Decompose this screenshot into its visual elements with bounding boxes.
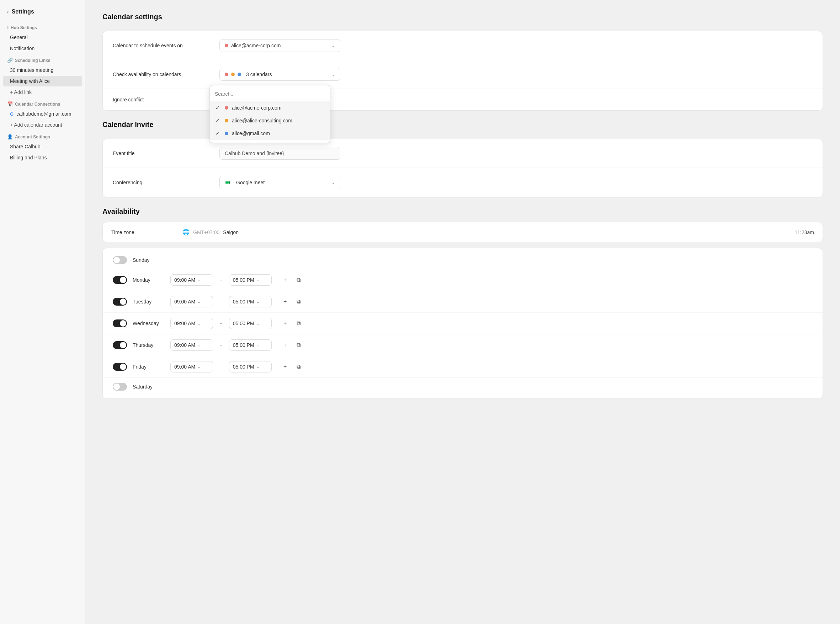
calendar-invite-card: Event title Conferencing <box>102 139 823 198</box>
day-name-friday: Friday <box>133 364 165 370</box>
sidebar-header[interactable]: ‹ Settings <box>0 7 85 22</box>
back-icon[interactable]: ‹ <box>7 9 9 15</box>
conferencing-control: Google meet ⌄ <box>219 176 812 189</box>
sidebar-item-meeting-alice[interactable]: Meeting with Alice <box>3 76 82 86</box>
monday-start-time[interactable]: 09:00 AM ⌄ <box>170 274 213 286</box>
toggle-monday[interactable] <box>113 276 127 284</box>
monday-end-time[interactable]: 05:00 PM ⌄ <box>229 274 272 286</box>
conferencing-value: Google meet <box>236 180 265 185</box>
timezone-value: 🌐 GMT+07:00 Saigon <box>182 229 795 236</box>
google-meet-icon <box>225 179 231 186</box>
sidebar-item-gmail[interactable]: G calhubdemo@gmail.com <box>3 108 82 119</box>
toggle-wednesday[interactable] <box>113 320 127 327</box>
wednesday-start-value: 09:00 AM <box>174 321 195 326</box>
calendar-icon: 📅 <box>7 101 13 107</box>
chevron-thursday-end: ⌄ <box>256 343 260 348</box>
sidebar-section-account-settings: 👤 Account Settings <box>0 131 85 141</box>
calendars-dropdown-popup: ✓ alice@acme-corp.com ✓ alice@alice-cons… <box>210 85 330 143</box>
tuesday-start-time[interactable]: 09:00 AM ⌄ <box>170 296 213 307</box>
check-icon-acme: ✓ <box>216 105 221 111</box>
timezone-city: Saigon <box>223 229 239 235</box>
event-title-input[interactable] <box>219 147 340 160</box>
dot-consulting <box>225 119 228 122</box>
day-name-tuesday: Tuesday <box>133 299 165 304</box>
monday-add-btn[interactable]: + <box>280 275 290 285</box>
day-name-monday: Monday <box>133 277 165 283</box>
toggle-tuesday[interactable] <box>113 298 127 306</box>
sidebar-item-general[interactable]: General <box>3 32 82 43</box>
tuesday-start-value: 09:00 AM <box>174 299 195 304</box>
grid-icon: ⁝ <box>7 25 9 30</box>
chevron-tuesday-start: ⌄ <box>197 300 200 304</box>
toggle-thursday[interactable] <box>113 341 127 349</box>
calendar-option-acme[interactable]: ✓ alice@acme-corp.com <box>210 101 330 114</box>
wednesday-copy-btn[interactable]: ⧉ <box>294 318 304 328</box>
friday-copy-btn[interactable]: ⧉ <box>294 362 304 372</box>
thursday-copy-btn[interactable]: ⧉ <box>294 340 304 350</box>
chevron-monday-start: ⌄ <box>197 278 200 283</box>
thursday-start-value: 09:00 AM <box>174 342 195 348</box>
sidebar-section-scheduling: 🔗 Scheduling Links <box>0 54 85 64</box>
wednesday-start-time[interactable]: 09:00 AM ⌄ <box>170 318 213 329</box>
globe-icon: 🌐 <box>182 229 190 236</box>
sidebar-section-hub-settings: ⁝ Hub Settings <box>0 22 85 32</box>
tuesday-copy-btn[interactable]: ⧉ <box>294 297 304 307</box>
tuesday-actions: + ⧉ <box>280 297 304 307</box>
toggle-sunday[interactable] <box>113 256 127 264</box>
day-separator-thursday: - <box>219 342 223 348</box>
event-title-label: Event title <box>113 150 219 156</box>
event-title-control <box>219 147 812 160</box>
tuesday-add-btn[interactable]: + <box>280 297 290 307</box>
dot-orange <box>231 73 235 76</box>
sidebar-item-add-link[interactable]: + Add link <box>3 87 82 97</box>
sidebar-item-add-calendar[interactable]: + Add calendar account <box>3 119 82 130</box>
friday-add-btn[interactable]: + <box>280 362 290 372</box>
conferencing-dropdown[interactable]: Google meet ⌄ <box>219 176 340 189</box>
calendar-option-gmail-label: alice@gmail.com <box>232 131 270 136</box>
calendar-option-gmail[interactable]: ✓ alice@gmail.com <box>210 127 330 140</box>
sidebar-title: Settings <box>12 9 34 15</box>
chevron-wednesday-end: ⌄ <box>256 321 260 326</box>
chevron-down-icon-3: ⌄ <box>331 180 335 185</box>
ignore-conflict-label: Ignore conflict <box>113 97 219 102</box>
sidebar-item-billing[interactable]: Billing and Plans <box>3 152 82 163</box>
thursday-end-value: 05:00 PM <box>233 342 254 348</box>
calendars-count-value: 3 calendars <box>246 71 272 77</box>
friday-start-time[interactable]: 09:00 AM ⌄ <box>170 361 213 372</box>
toggle-thumb-wednesday <box>120 320 126 327</box>
check-availability-control: 3 calendars ⌄ ✓ alice@acme-corp.com ✓ <box>219 68 812 81</box>
thursday-end-time[interactable]: 05:00 PM ⌄ <box>229 340 272 351</box>
toggle-friday[interactable] <box>113 363 127 371</box>
calendar-search-input[interactable] <box>210 88 330 100</box>
friday-end-time[interactable]: 05:00 PM ⌄ <box>229 361 272 372</box>
calendar-schedule-dropdown[interactable]: alice@acme-corp.com ⌄ <box>219 39 340 52</box>
tuesday-end-time[interactable]: 05:00 PM ⌄ <box>229 296 272 307</box>
calendar-option-consulting[interactable]: ✓ alice@alice-consulting.com <box>210 114 330 127</box>
toggle-thumb-thursday <box>120 342 126 348</box>
toggle-thumb-friday <box>120 364 126 370</box>
chevron-down-icon-2: ⌄ <box>331 72 335 77</box>
wednesday-add-btn[interactable]: + <box>280 318 290 328</box>
toggle-thumb-sunday <box>113 257 120 263</box>
sidebar-item-30min[interactable]: 30 minutes meeting <box>3 65 82 76</box>
dot-gmail <box>225 131 228 135</box>
calendar-schedule-value: alice@acme-corp.com <box>231 43 281 48</box>
check-icon-gmail: ✓ <box>216 131 221 136</box>
thursday-add-btn[interactable]: + <box>280 340 290 350</box>
dot-red <box>225 73 228 76</box>
day-row-tuesday: Tuesday 09:00 AM ⌄ - 05:00 PM ⌄ + ⧉ <box>103 291 823 313</box>
timezone-label: Time zone <box>111 229 182 235</box>
google-icon: G <box>10 111 14 117</box>
chevron-thursday-start: ⌄ <box>197 343 200 348</box>
day-name-saturday: Saturday <box>133 384 165 389</box>
monday-copy-btn[interactable]: ⧉ <box>294 275 304 285</box>
toggle-saturday[interactable] <box>113 383 127 391</box>
toggle-thumb-saturday <box>113 383 120 390</box>
wednesday-end-time[interactable]: 05:00 PM ⌄ <box>229 318 272 329</box>
chevron-tuesday-end: ⌄ <box>256 300 260 304</box>
check-availability-dropdown[interactable]: 3 calendars ⌄ <box>219 68 340 81</box>
sidebar-item-share-calhub[interactable]: Share Calhub <box>3 141 82 152</box>
sidebar-item-notification[interactable]: Notification <box>3 43 82 54</box>
timezone-time: 11:23am <box>795 229 814 235</box>
thursday-start-time[interactable]: 09:00 AM ⌄ <box>170 340 213 351</box>
